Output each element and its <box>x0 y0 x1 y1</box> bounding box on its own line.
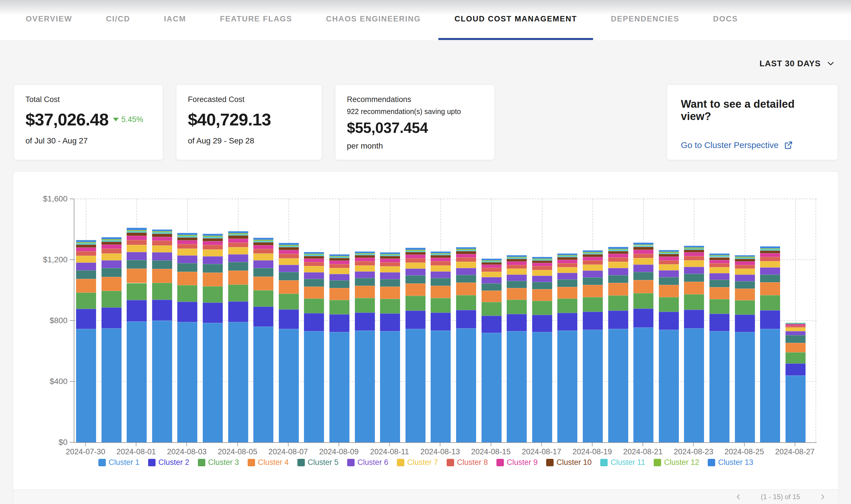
bar-segment-cluster-8[interactable] <box>532 266 552 270</box>
bar-segment-cluster-9[interactable] <box>380 258 400 262</box>
bar-segment-cluster-8[interactable] <box>355 261 375 265</box>
bar-segment-cluster-9[interactable] <box>659 256 679 260</box>
bar-segment-cluster-2[interactable] <box>608 310 628 329</box>
bar-segment-cluster-10[interactable] <box>583 254 603 257</box>
bar-segment-cluster-9[interactable] <box>507 262 527 265</box>
bar-segment-cluster-2[interactable] <box>507 314 527 331</box>
bar-segment-cluster-4[interactable] <box>380 287 400 299</box>
bar-segment-cluster-3[interactable] <box>557 299 577 313</box>
bar-segment-cluster-11[interactable] <box>557 256 577 257</box>
bar-segment-cluster-4[interactable] <box>659 285 679 297</box>
tab-cicd[interactable]: CI/CD <box>90 0 146 40</box>
bar-segment-cluster-1[interactable] <box>76 329 96 442</box>
bar-segment-cluster-10[interactable] <box>329 258 349 260</box>
bar-segment-cluster-5[interactable] <box>380 279 400 287</box>
bar-segment-cluster-5[interactable] <box>177 263 197 272</box>
bar-segment-cluster-2[interactable] <box>760 310 780 329</box>
bar-segment-cluster-11[interactable] <box>456 250 476 251</box>
bar-segment-cluster-9[interactable] <box>785 324 805 325</box>
bar-segment-cluster-11[interactable] <box>532 259 552 260</box>
bar-segment-cluster-2[interactable] <box>659 312 679 330</box>
bar-segment-cluster-7[interactable] <box>76 256 96 263</box>
bar-segment-cluster-6[interactable] <box>405 269 426 275</box>
bar-segment-cluster-10[interactable] <box>405 252 426 255</box>
bar-segment-cluster-5[interactable] <box>583 277 603 285</box>
bar-segment-cluster-11[interactable] <box>583 253 603 254</box>
bar-segment-cluster-7[interactable] <box>380 266 400 272</box>
bar-segment-cluster-12[interactable] <box>659 252 679 253</box>
bar-segment-cluster-8[interactable] <box>76 251 96 256</box>
bar-segment-cluster-10[interactable] <box>304 256 324 258</box>
bar-segment-cluster-7[interactable] <box>633 258 654 265</box>
bar-segment-cluster-3[interactable] <box>355 298 375 312</box>
bar-segment-cluster-10[interactable] <box>279 247 299 250</box>
bar-segment-cluster-6[interactable] <box>557 273 577 280</box>
bar-segment-cluster-10[interactable] <box>684 250 704 253</box>
bar-segment-cluster-5[interactable] <box>735 281 755 289</box>
bar-segment-cluster-12[interactable] <box>76 242 96 243</box>
bar-segment-cluster-2[interactable] <box>710 314 729 331</box>
bar-segment-cluster-4[interactable] <box>482 291 502 302</box>
bar-segment-cluster-11[interactable] <box>127 231 147 233</box>
bar-segment-cluster-3[interactable] <box>405 296 426 310</box>
bar-segment-cluster-5[interactable] <box>355 278 375 286</box>
bar-segment-cluster-1[interactable] <box>405 329 426 442</box>
bar-segment-cluster-11[interactable] <box>329 257 349 258</box>
bar-segment-cluster-13[interactable] <box>507 255 527 257</box>
bar-segment-cluster-13[interactable] <box>456 247 476 249</box>
bar-segment-cluster-9[interactable] <box>482 265 502 268</box>
bar-segment-cluster-7[interactable] <box>431 266 451 271</box>
bar-segment-cluster-10[interactable] <box>710 257 729 260</box>
bar-segment-cluster-5[interactable] <box>608 275 628 283</box>
bar-segment-cluster-7[interactable] <box>760 261 780 267</box>
bar-segment-cluster-7[interactable] <box>583 265 603 271</box>
bar-segment-cluster-6[interactable] <box>329 274 349 281</box>
bar-segment-cluster-10[interactable] <box>228 235 248 238</box>
bar-segment-cluster-13[interactable] <box>152 230 172 231</box>
bar-segment-cluster-13[interactable] <box>482 258 502 260</box>
bar-segment-cluster-1[interactable] <box>279 329 299 442</box>
bar-segment-cluster-7[interactable] <box>228 247 248 254</box>
bar-segment-cluster-8[interactable] <box>456 257 476 262</box>
bar-segment-cluster-6[interactable] <box>76 263 96 270</box>
bar-segment-cluster-13[interactable] <box>304 252 324 254</box>
bar-segment-cluster-1[interactable] <box>152 321 172 442</box>
bar-segment-cluster-2[interactable] <box>633 309 654 327</box>
bar-segment-cluster-3[interactable] <box>659 297 679 312</box>
bar-segment-cluster-13[interactable] <box>532 257 552 258</box>
bar-segment-cluster-1[interactable] <box>203 323 223 442</box>
bar-segment-cluster-4[interactable] <box>304 287 324 299</box>
bar-segment-cluster-13[interactable] <box>659 250 679 252</box>
bar-segment-cluster-8[interactable] <box>557 263 577 267</box>
bar-segment-cluster-13[interactable] <box>583 250 603 252</box>
bar-segment-cluster-10[interactable] <box>659 254 679 256</box>
bar-segment-cluster-7[interactable] <box>279 258 299 265</box>
bar-segment-cluster-11[interactable] <box>203 237 223 238</box>
bar-segment-cluster-13[interactable] <box>431 251 451 253</box>
bar-segment-cluster-8[interactable] <box>710 263 729 267</box>
bar-segment-cluster-11[interactable] <box>304 255 324 256</box>
bar-segment-cluster-6[interactable] <box>102 260 122 268</box>
bar-segment-cluster-1[interactable] <box>608 329 628 442</box>
bar-segment-cluster-1[interactable] <box>735 332 755 442</box>
bar-segment-cluster-1[interactable] <box>710 331 729 442</box>
bar-segment-cluster-8[interactable] <box>684 256 704 260</box>
bar-segment-cluster-13[interactable] <box>380 252 400 254</box>
bar-segment-cluster-7[interactable] <box>203 249 223 256</box>
bar-segment-cluster-7[interactable] <box>785 327 805 331</box>
bar-segment-cluster-1[interactable] <box>507 331 527 442</box>
bar-segment-cluster-5[interactable] <box>228 262 248 271</box>
bar-segment-cluster-6[interactable] <box>431 271 451 278</box>
bar-segment-cluster-8[interactable] <box>127 240 147 245</box>
bar-segment-cluster-10[interactable] <box>608 251 628 254</box>
bar-segment-cluster-10[interactable] <box>785 324 805 324</box>
bar-segment-cluster-8[interactable] <box>228 242 248 248</box>
bar-segment-cluster-6[interactable] <box>608 268 628 275</box>
bar-segment-cluster-13[interactable] <box>76 240 96 242</box>
bar-segment-cluster-4[interactable] <box>760 282 780 295</box>
bar-segment-cluster-10[interactable] <box>557 257 577 260</box>
bar-segment-cluster-3[interactable] <box>431 298 451 312</box>
bar-segment-cluster-5[interactable] <box>431 278 451 286</box>
legend-item[interactable]: Cluster 5 <box>297 458 338 467</box>
bar-segment-cluster-10[interactable] <box>127 233 147 236</box>
